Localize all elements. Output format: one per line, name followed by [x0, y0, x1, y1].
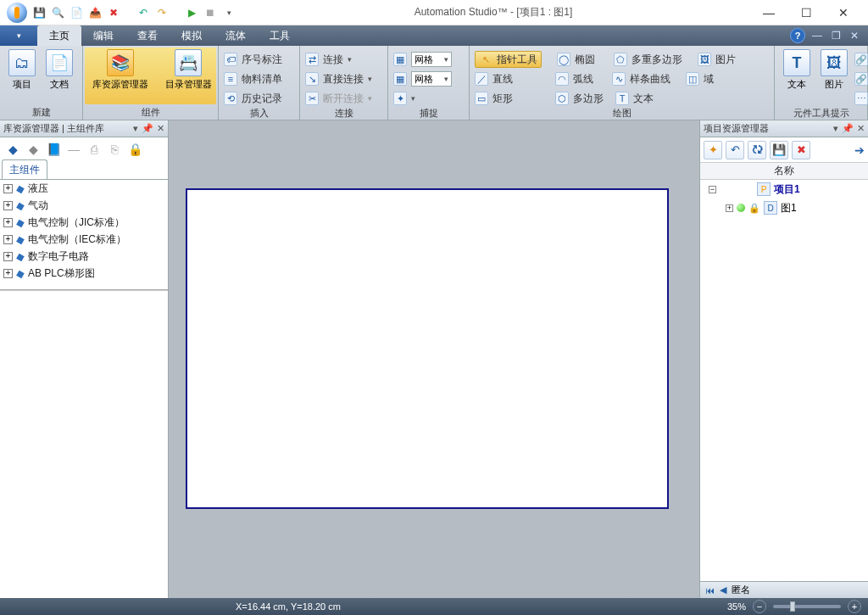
tab-fluid[interactable]: 流体	[214, 25, 258, 46]
app-logo[interactable]	[7, 3, 27, 23]
help-button[interactable]: ?	[790, 28, 805, 43]
pointer-tool-button[interactable]: ↖指针工具	[475, 51, 542, 68]
collapse-icon[interactable]: −	[709, 186, 716, 193]
ellipse-button[interactable]: 椭圆	[575, 53, 595, 67]
snap-grid-row[interactable]: ▦网格▾	[393, 51, 452, 68]
tree-item[interactable]: +◆AB PLC梯形图	[0, 265, 168, 282]
arc-button[interactable]: 弧线	[573, 72, 593, 87]
tree-item[interactable]: +◆电气控制（JIC标准）	[0, 214, 168, 231]
misc-tool-icon[interactable]: ⋯	[854, 92, 868, 105]
mdi-minimize-icon[interactable]: —	[810, 29, 824, 42]
lp-tool-6[interactable]: ⎘	[107, 142, 122, 157]
history-button[interactable]: ⟲历史记录	[224, 90, 282, 107]
project-tree[interactable]: − P 项目1 + 🔒 D 图1	[700, 180, 868, 581]
expand-icon[interactable]: +	[726, 204, 733, 212]
lp-tool-2[interactable]: ◆	[25, 142, 41, 157]
lp-tool-4[interactable]: —	[66, 142, 81, 157]
mdi-close-icon[interactable]: ✕	[848, 29, 861, 42]
qat-redo-icon[interactable]: ↷	[155, 6, 169, 20]
right-panel-menu-icon[interactable]: ▾	[833, 123, 838, 134]
zoom-thumb[interactable]	[790, 601, 795, 612]
polygon-button[interactable]: 多边形	[573, 92, 604, 106]
left-panel-menu-icon[interactable]: ▾	[133, 123, 138, 134]
library-tree[interactable]: +◆液压 +◆气动 +◆电气控制（JIC标准） +◆电气控制（IEC标准） +◆…	[0, 180, 168, 290]
qat-run-icon[interactable]: ▶	[185, 6, 198, 20]
rect-button[interactable]: 矩形	[492, 92, 513, 106]
grid-dropdown-1[interactable]: 网格▾	[411, 52, 452, 67]
zoom-slider[interactable]	[773, 605, 841, 608]
polypoly-button[interactable]: 多重多边形	[632, 53, 682, 67]
qat-export-icon[interactable]: 📤	[88, 6, 102, 20]
lp-tool-3[interactable]: 📘	[46, 142, 61, 157]
catalog-manager-button[interactable]: 📇目录管理器	[156, 49, 220, 89]
qat-close-icon[interactable]: ✖	[107, 6, 120, 20]
rp-save-icon[interactable]: 💾	[770, 141, 788, 159]
bom-button[interactable]: ≡物料清单	[224, 70, 282, 87]
minimize-button[interactable]: —	[751, 3, 787, 23]
qat-new-icon[interactable]: 📄	[70, 6, 83, 20]
nav-first-icon[interactable]: ⏮	[705, 585, 715, 595]
snap-grid-row-2[interactable]: ▦网格▾	[393, 70, 452, 87]
tab-home[interactable]: 主页	[37, 25, 81, 46]
library-manager-button[interactable]: 📚库资源管理器	[88, 49, 153, 89]
link-tool-icon[interactable]: 🔗	[854, 53, 868, 66]
new-document-button[interactable]: 📄文档	[42, 49, 76, 89]
qat-stop-icon[interactable]: ⏹	[203, 6, 217, 20]
left-panel-pin-icon[interactable]: 📌	[142, 123, 153, 134]
direct-connect-button[interactable]: ↘直接连接▾	[305, 70, 372, 87]
tab-edit[interactable]: 编辑	[81, 25, 125, 46]
tree-item[interactable]: +◆数字电子电路	[0, 248, 168, 265]
text-button[interactable]: 文本	[633, 92, 654, 106]
file-tab[interactable]: ▾	[0, 25, 37, 46]
expand-icon[interactable]: +	[3, 218, 13, 227]
expand-icon[interactable]: +	[3, 252, 13, 261]
zoom-in-button[interactable]: +	[848, 600, 861, 613]
qat-undo-icon[interactable]: ↶	[136, 6, 150, 20]
grid-dropdown-2[interactable]: 网格▾	[411, 71, 452, 87]
snap-extra[interactable]: ✦▾	[393, 90, 452, 107]
diagram-node[interactable]: + 🔒 D 图1	[700, 198, 868, 217]
left-panel-tab[interactable]: 主组件	[2, 159, 47, 179]
expand-icon[interactable]: +	[3, 235, 13, 244]
disconnect-button[interactable]: ✂断开连接▾	[305, 90, 372, 107]
tree-item[interactable]: +◆气动	[0, 197, 168, 214]
tab-sim[interactable]: 模拟	[170, 25, 214, 46]
expand-icon[interactable]: +	[3, 184, 13, 193]
right-panel-close-icon[interactable]: ✕	[857, 123, 865, 134]
qat-save-icon[interactable]: 💾	[32, 6, 46, 20]
rp-more-icon[interactable]: ➔	[854, 143, 865, 157]
spline-button[interactable]: 样条曲线	[630, 72, 670, 87]
text-tool-button[interactable]: T文本	[780, 49, 814, 89]
lp-tool-1[interactable]: ◆	[5, 142, 20, 157]
seq-label-button[interactable]: 🏷序号标注	[224, 51, 282, 68]
image-button[interactable]: 图片	[715, 53, 736, 67]
maximize-button[interactable]: ☐	[788, 3, 824, 23]
nav-prev-icon[interactable]: ◀	[720, 584, 726, 595]
tab-tool[interactable]: 工具	[258, 25, 302, 46]
project-node[interactable]: − P 项目1	[700, 180, 868, 198]
qat-dropdown-icon[interactable]: ▾	[222, 6, 236, 20]
mdi-restore-icon[interactable]: ❐	[829, 29, 843, 42]
left-panel-close-icon[interactable]: ✕	[157, 123, 164, 134]
drawing-paper[interactable]	[186, 188, 669, 509]
attach-tool-icon[interactable]: 🔗	[854, 72, 868, 86]
picture-tool-button[interactable]: 🖼图片	[817, 49, 851, 89]
rp-new-icon[interactable]: ✦	[704, 141, 722, 159]
expand-icon[interactable]: +	[3, 201, 13, 210]
qat-open-icon[interactable]: 🔍	[51, 6, 64, 20]
right-panel-pin-icon[interactable]: 📌	[842, 123, 854, 134]
zoom-out-button[interactable]: −	[753, 600, 766, 613]
rp-refresh-icon[interactable]: 🗘	[748, 141, 766, 159]
close-button[interactable]: ✕	[826, 3, 861, 23]
lp-tool-5[interactable]: ⎙	[86, 142, 102, 157]
tab-view[interactable]: 查看	[125, 25, 170, 46]
connect-button[interactable]: ⇄连接▾	[305, 51, 372, 68]
line-button[interactable]: 直线	[492, 72, 513, 87]
rp-open-icon[interactable]: ↶	[726, 141, 744, 159]
new-project-button[interactable]: 🗂项目	[5, 49, 39, 89]
tree-item[interactable]: +◆电气控制（IEC标准）	[0, 231, 168, 248]
lp-lock-icon[interactable]: 🔒	[127, 142, 142, 157]
expand-icon[interactable]: +	[3, 269, 13, 278]
rp-delete-icon[interactable]: ✖	[792, 141, 810, 159]
tree-item[interactable]: +◆液压	[0, 180, 168, 197]
